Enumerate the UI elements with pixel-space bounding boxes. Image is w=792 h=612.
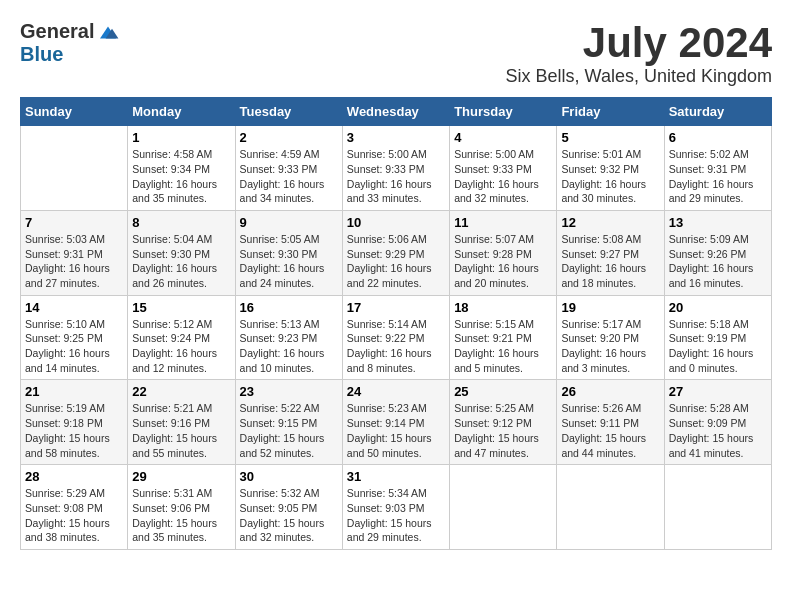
day-number: 13 [669,215,767,230]
day-number: 22 [132,384,230,399]
day-number: 20 [669,300,767,315]
day-info: Sunrise: 5:29 AM Sunset: 9:08 PM Dayligh… [25,486,123,545]
calendar-cell [450,465,557,550]
calendar-cell: 5Sunrise: 5:01 AM Sunset: 9:32 PM Daylig… [557,126,664,211]
day-number: 30 [240,469,338,484]
day-info: Sunrise: 5:21 AM Sunset: 9:16 PM Dayligh… [132,401,230,460]
calendar-cell: 19Sunrise: 5:17 AM Sunset: 9:20 PM Dayli… [557,295,664,380]
column-header-saturday: Saturday [664,98,771,126]
calendar-cell: 26Sunrise: 5:26 AM Sunset: 9:11 PM Dayli… [557,380,664,465]
month-title: July 2024 [506,20,772,66]
day-info: Sunrise: 5:23 AM Sunset: 9:14 PM Dayligh… [347,401,445,460]
day-info: Sunrise: 5:02 AM Sunset: 9:31 PM Dayligh… [669,147,767,206]
day-number: 28 [25,469,123,484]
calendar-cell: 23Sunrise: 5:22 AM Sunset: 9:15 PM Dayli… [235,380,342,465]
logo-general-text: General [20,20,94,43]
calendar-cell: 22Sunrise: 5:21 AM Sunset: 9:16 PM Dayli… [128,380,235,465]
calendar-cell [21,126,128,211]
week-row-2: 7Sunrise: 5:03 AM Sunset: 9:31 PM Daylig… [21,210,772,295]
calendar-cell: 6Sunrise: 5:02 AM Sunset: 9:31 PM Daylig… [664,126,771,211]
calendar-cell: 11Sunrise: 5:07 AM Sunset: 9:28 PM Dayli… [450,210,557,295]
calendar-cell: 21Sunrise: 5:19 AM Sunset: 9:18 PM Dayli… [21,380,128,465]
calendar-cell: 9Sunrise: 5:05 AM Sunset: 9:30 PM Daylig… [235,210,342,295]
day-info: Sunrise: 5:14 AM Sunset: 9:22 PM Dayligh… [347,317,445,376]
day-info: Sunrise: 5:17 AM Sunset: 9:20 PM Dayligh… [561,317,659,376]
day-number: 21 [25,384,123,399]
calendar-cell: 29Sunrise: 5:31 AM Sunset: 9:06 PM Dayli… [128,465,235,550]
day-info: Sunrise: 5:10 AM Sunset: 9:25 PM Dayligh… [25,317,123,376]
calendar-cell: 8Sunrise: 5:04 AM Sunset: 9:30 PM Daylig… [128,210,235,295]
day-info: Sunrise: 5:34 AM Sunset: 9:03 PM Dayligh… [347,486,445,545]
calendar-cell: 17Sunrise: 5:14 AM Sunset: 9:22 PM Dayli… [342,295,449,380]
calendar-cell [664,465,771,550]
day-number: 24 [347,384,445,399]
day-number: 23 [240,384,338,399]
logo-icon [96,22,120,42]
logo-blue-text: Blue [20,43,63,66]
calendar-cell: 16Sunrise: 5:13 AM Sunset: 9:23 PM Dayli… [235,295,342,380]
day-info: Sunrise: 5:09 AM Sunset: 9:26 PM Dayligh… [669,232,767,291]
day-info: Sunrise: 5:13 AM Sunset: 9:23 PM Dayligh… [240,317,338,376]
day-info: Sunrise: 5:32 AM Sunset: 9:05 PM Dayligh… [240,486,338,545]
day-info: Sunrise: 5:28 AM Sunset: 9:09 PM Dayligh… [669,401,767,460]
day-info: Sunrise: 5:22 AM Sunset: 9:15 PM Dayligh… [240,401,338,460]
header: General Blue July 2024 Six Bells, Wales,… [20,20,772,87]
day-info: Sunrise: 5:01 AM Sunset: 9:32 PM Dayligh… [561,147,659,206]
day-number: 10 [347,215,445,230]
calendar-cell: 10Sunrise: 5:06 AM Sunset: 9:29 PM Dayli… [342,210,449,295]
calendar-cell: 4Sunrise: 5:00 AM Sunset: 9:33 PM Daylig… [450,126,557,211]
day-number: 16 [240,300,338,315]
location-title: Six Bells, Wales, United Kingdom [506,66,772,87]
day-number: 9 [240,215,338,230]
column-header-friday: Friday [557,98,664,126]
calendar-cell: 28Sunrise: 5:29 AM Sunset: 9:08 PM Dayli… [21,465,128,550]
day-info: Sunrise: 5:04 AM Sunset: 9:30 PM Dayligh… [132,232,230,291]
day-info: Sunrise: 5:25 AM Sunset: 9:12 PM Dayligh… [454,401,552,460]
day-info: Sunrise: 5:00 AM Sunset: 9:33 PM Dayligh… [454,147,552,206]
title-section: July 2024 Six Bells, Wales, United Kingd… [506,20,772,87]
day-info: Sunrise: 5:00 AM Sunset: 9:33 PM Dayligh… [347,147,445,206]
day-number: 2 [240,130,338,145]
day-info: Sunrise: 5:12 AM Sunset: 9:24 PM Dayligh… [132,317,230,376]
day-number: 31 [347,469,445,484]
calendar-cell: 12Sunrise: 5:08 AM Sunset: 9:27 PM Dayli… [557,210,664,295]
day-number: 19 [561,300,659,315]
day-number: 27 [669,384,767,399]
calendar-cell: 15Sunrise: 5:12 AM Sunset: 9:24 PM Dayli… [128,295,235,380]
day-number: 29 [132,469,230,484]
calendar-cell: 14Sunrise: 5:10 AM Sunset: 9:25 PM Dayli… [21,295,128,380]
day-info: Sunrise: 5:19 AM Sunset: 9:18 PM Dayligh… [25,401,123,460]
week-row-5: 28Sunrise: 5:29 AM Sunset: 9:08 PM Dayli… [21,465,772,550]
day-number: 25 [454,384,552,399]
calendar-header-row: SundayMondayTuesdayWednesdayThursdayFrid… [21,98,772,126]
day-number: 4 [454,130,552,145]
day-number: 8 [132,215,230,230]
day-info: Sunrise: 5:08 AM Sunset: 9:27 PM Dayligh… [561,232,659,291]
day-info: Sunrise: 5:05 AM Sunset: 9:30 PM Dayligh… [240,232,338,291]
column-header-monday: Monday [128,98,235,126]
day-number: 12 [561,215,659,230]
day-info: Sunrise: 4:59 AM Sunset: 9:33 PM Dayligh… [240,147,338,206]
calendar-cell [557,465,664,550]
calendar-cell: 20Sunrise: 5:18 AM Sunset: 9:19 PM Dayli… [664,295,771,380]
column-header-thursday: Thursday [450,98,557,126]
week-row-1: 1Sunrise: 4:58 AM Sunset: 9:34 PM Daylig… [21,126,772,211]
calendar-cell: 25Sunrise: 5:25 AM Sunset: 9:12 PM Dayli… [450,380,557,465]
day-number: 26 [561,384,659,399]
calendar-table: SundayMondayTuesdayWednesdayThursdayFrid… [20,97,772,550]
day-number: 14 [25,300,123,315]
day-number: 15 [132,300,230,315]
day-number: 7 [25,215,123,230]
day-info: Sunrise: 4:58 AM Sunset: 9:34 PM Dayligh… [132,147,230,206]
week-row-4: 21Sunrise: 5:19 AM Sunset: 9:18 PM Dayli… [21,380,772,465]
day-number: 11 [454,215,552,230]
day-number: 5 [561,130,659,145]
logo: General Blue [20,20,122,66]
day-info: Sunrise: 5:26 AM Sunset: 9:11 PM Dayligh… [561,401,659,460]
calendar-cell: 2Sunrise: 4:59 AM Sunset: 9:33 PM Daylig… [235,126,342,211]
day-number: 1 [132,130,230,145]
week-row-3: 14Sunrise: 5:10 AM Sunset: 9:25 PM Dayli… [21,295,772,380]
calendar-cell: 18Sunrise: 5:15 AM Sunset: 9:21 PM Dayli… [450,295,557,380]
calendar-cell: 13Sunrise: 5:09 AM Sunset: 9:26 PM Dayli… [664,210,771,295]
calendar-cell: 31Sunrise: 5:34 AM Sunset: 9:03 PM Dayli… [342,465,449,550]
